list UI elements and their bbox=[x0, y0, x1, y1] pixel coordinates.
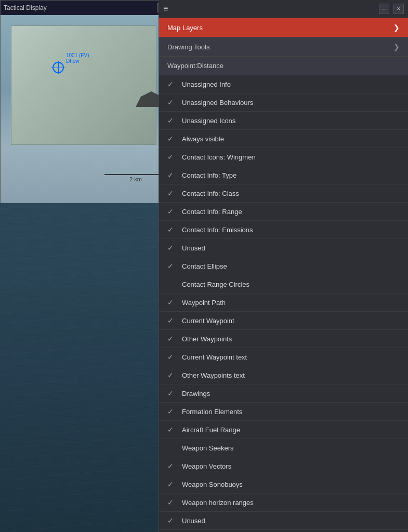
menu-minimize-button[interactable]: ─ bbox=[379, 4, 389, 14]
menu-item-label-contact-info-range: Contact Info: Range bbox=[182, 208, 400, 216]
menu-item-label-always-visible: Always visible bbox=[182, 135, 400, 143]
menu-item-check-formation-elements: ✓ bbox=[167, 407, 176, 416]
menu-item-label-formation-elements: Formation Elements bbox=[182, 408, 400, 416]
contact-label: 1001 (FV) Dhow bbox=[66, 52, 89, 64]
menu-item-label-weapon-seekers: Weapon Seekers bbox=[182, 444, 400, 452]
menu-item-check-unassigned-info: ✓ bbox=[167, 80, 176, 88]
menu-item-contact-ellipse[interactable]: ✓Contact Ellipse bbox=[159, 257, 408, 275]
menu-item-check-unassigned-behaviours: ✓ bbox=[167, 98, 176, 107]
menu-item-label-contact-info-emissions: Contact Info: Emissions bbox=[182, 226, 400, 234]
waypoint-distance-button[interactable]: Waypoint:Distance bbox=[159, 56, 408, 75]
menu-item-unused-2[interactable]: ✓Unused bbox=[159, 512, 408, 530]
menu-item-label-contact-info-type: Contact Info: Type bbox=[182, 171, 400, 179]
menu-item-label-weapon-sonobuoys: Weapon Sonobuoys bbox=[182, 481, 400, 488]
menu-item-contact-info-class[interactable]: ✓Contact Info: Class bbox=[159, 184, 408, 203]
scale-bar: 2 km bbox=[104, 174, 167, 182]
menu-item-check-current-waypoint-text: ✓ bbox=[167, 353, 176, 361]
menu-item-contact-range-circles[interactable]: ✓Contact Range Circles bbox=[159, 275, 408, 294]
menu-item-label-contact-info-class: Contact Info: Class bbox=[182, 190, 400, 197]
menu-item-check-other-waypoints-text: ✓ bbox=[167, 371, 176, 379]
menu-item-check-contact-info-class: ✓ bbox=[167, 189, 176, 197]
menu-item-unused-1[interactable]: ✓Unused bbox=[159, 239, 408, 257]
menu-item-formation-elements[interactable]: ✓Formation Elements bbox=[159, 403, 408, 421]
menu-item-weapon-vectors[interactable]: ✓Weapon Vectors bbox=[159, 457, 408, 475]
menu-item-current-waypoint[interactable]: ✓Current Waypoint bbox=[159, 312, 408, 330]
menu-item-check-weapon-horizon-ranges: ✓ bbox=[167, 498, 176, 507]
scale-text: 2 km bbox=[129, 176, 142, 182]
menu-item-label-contact-range-circles: Contact Range Circles bbox=[182, 281, 400, 288]
menu-item-weapon-seekers[interactable]: ✓Weapon Seekers bbox=[159, 439, 408, 457]
contact-icon[interactable]: 1001 (FV) Dhow bbox=[52, 62, 64, 73]
hamburger-icon[interactable]: ≡ bbox=[163, 4, 168, 14]
menu-item-label-unused-2: Unused bbox=[182, 517, 400, 525]
menu-item-unassigned-behaviours[interactable]: ✓Unassigned Behaviours bbox=[159, 94, 408, 112]
menu-item-check-contact-icons-wingmen: ✓ bbox=[167, 153, 176, 161]
menu-item-waypoint-path[interactable]: ✓Waypoint Path bbox=[159, 294, 408, 312]
drawing-tools-button[interactable]: Drawing Tools ❯ bbox=[159, 37, 408, 56]
menu-item-check-aircraft-fuel-range: ✓ bbox=[167, 425, 176, 434]
menu-item-check-other-waypoints: ✓ bbox=[167, 335, 176, 343]
menu-item-weapon-horizon-ranges[interactable]: ✓Weapon horizon ranges bbox=[159, 494, 408, 512]
map-layers-chevron: ❯ bbox=[393, 23, 400, 32]
menu-item-check-weapon-vectors: ✓ bbox=[167, 462, 176, 470]
menu-item-current-waypoint-text[interactable]: ✓Current Waypoint text bbox=[159, 348, 408, 366]
menu-item-label-other-waypoints-text: Other Waypoints text bbox=[182, 371, 400, 379]
menu-item-contact-info-emissions[interactable]: ✓Contact Info: Emissions bbox=[159, 221, 408, 239]
menu-item-unassigned-info[interactable]: ✓Unassigned Info bbox=[159, 75, 408, 94]
menu-item-check-contact-ellipse: ✓ bbox=[167, 262, 176, 270]
menu-item-check-contact-info-type: ✓ bbox=[167, 171, 176, 179]
contact-cross-v bbox=[58, 61, 59, 74]
menu-item-label-aircraft-fuel-range: Aircraft Fuel Range bbox=[182, 426, 400, 434]
map-layers-button[interactable]: Map Layers ❯ bbox=[159, 18, 408, 37]
waypoint-distance-label: Waypoint:Distance bbox=[167, 62, 223, 70]
menu-item-check-always-visible: ✓ bbox=[167, 135, 176, 143]
menu-item-aircraft-fuel-range[interactable]: ✓Aircraft Fuel Range bbox=[159, 421, 408, 439]
menu-item-check-drawings: ✓ bbox=[167, 389, 176, 397]
menu-item-check-waypoint-path: ✓ bbox=[167, 298, 176, 307]
menu-item-check-unused-2: ✓ bbox=[167, 516, 176, 525]
menu-item-label-waypoint-path: Waypoint Path bbox=[182, 299, 400, 307]
menu-item-check-current-waypoint: ✓ bbox=[167, 316, 176, 325]
menu-item-drawings[interactable]: ✓Drawings bbox=[159, 384, 408, 403]
menu-item-check-unused-1: ✓ bbox=[167, 244, 176, 252]
map-terrain bbox=[11, 25, 156, 145]
menu-item-unassigned-icons[interactable]: ✓Unassigned Icons bbox=[159, 112, 408, 130]
menu-item-check-weapon-sonobuoys: ✓ bbox=[167, 480, 176, 488]
menu-item-check-contact-info-range: ✓ bbox=[167, 207, 176, 216]
drawing-tools-chevron: ❯ bbox=[393, 43, 400, 51]
menu-item-weapon-sonobuoys[interactable]: ✓Weapon Sonobuoys bbox=[159, 475, 408, 494]
menu-item-label-current-waypoint-text: Current Waypoint text bbox=[182, 353, 400, 361]
contact-circle bbox=[52, 62, 64, 73]
tactical-title: Tactical Display bbox=[4, 4, 154, 11]
menu-item-label-contact-ellipse: Contact Ellipse bbox=[182, 262, 400, 270]
menu-item-label-weapon-horizon-ranges: Weapon horizon ranges bbox=[182, 499, 400, 507]
menu-overlay: ≡ ─ × Map Layers ❯ Drawing Tools ❯ Waypo… bbox=[159, 0, 408, 532]
menu-header: ≡ ─ × bbox=[159, 0, 408, 18]
menu-item-label-unassigned-info: Unassigned Info bbox=[182, 81, 400, 88]
menu-item-check-unassigned-icons: ✓ bbox=[167, 116, 176, 125]
menu-item-always-visible[interactable]: ✓Always visible bbox=[159, 130, 408, 148]
menu-item-unused-3[interactable]: ✓Unused bbox=[159, 530, 408, 532]
menu-item-contact-info-type[interactable]: ✓Contact Info: Type bbox=[159, 166, 408, 184]
menu-item-label-drawings: Drawings bbox=[182, 390, 400, 397]
menu-item-label-other-waypoints: Other Waypoints bbox=[182, 335, 400, 343]
menu-item-other-waypoints[interactable]: ✓Other Waypoints bbox=[159, 330, 408, 348]
menu-item-label-unused-1: Unused bbox=[182, 244, 400, 252]
map-layers-label: Map Layers bbox=[167, 24, 203, 32]
menu-item-contact-icons-wingmen[interactable]: ✓Contact Icons: Wingmen bbox=[159, 148, 408, 166]
menu-item-check-contact-info-emissions: ✓ bbox=[167, 225, 176, 234]
menu-items-list: ✓Unassigned Info✓Unassigned Behaviours✓U… bbox=[159, 75, 408, 532]
menu-item-label-contact-icons-wingmen: Contact Icons: Wingmen bbox=[182, 153, 400, 161]
menu-item-label-unassigned-icons: Unassigned Icons bbox=[182, 117, 400, 125]
menu-item-contact-info-range[interactable]: ✓Contact Info: Range bbox=[159, 203, 408, 221]
menu-item-label-unassigned-behaviours: Unassigned Behaviours bbox=[182, 99, 400, 107]
menu-item-label-weapon-vectors: Weapon Vectors bbox=[182, 462, 400, 470]
drawing-tools-label: Drawing Tools bbox=[167, 43, 209, 51]
menu-item-label-current-waypoint: Current Waypoint bbox=[182, 317, 400, 325]
scale-line bbox=[104, 174, 167, 175]
menu-item-other-waypoints-text[interactable]: ✓Other Waypoints text bbox=[159, 366, 408, 384]
menu-close-button[interactable]: × bbox=[393, 4, 404, 14]
